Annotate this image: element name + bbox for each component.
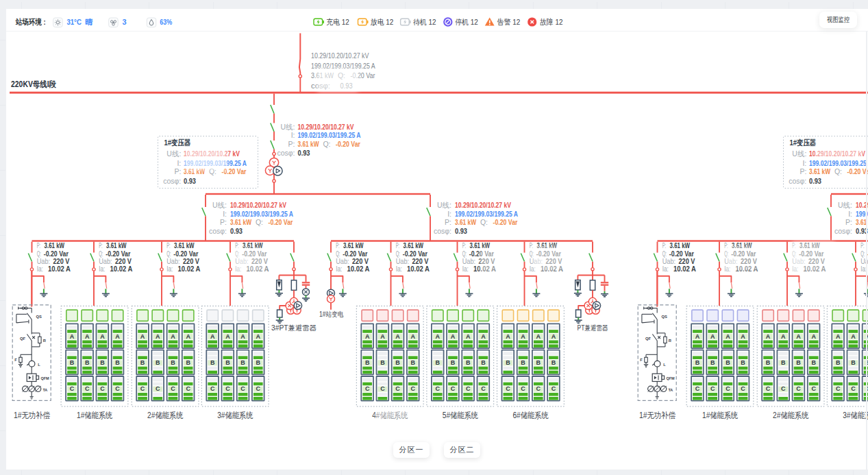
svg-text:0.93: 0.93 — [455, 227, 467, 235]
svg-text:A: A — [156, 333, 160, 340]
svg-text:Ia:: Ia: — [462, 265, 469, 273]
svg-text:Uab:: Uab: — [336, 258, 349, 265]
svg-text:-0.20 Var: -0.20 Var — [669, 250, 694, 258]
svg-text:3.61 kW: 3.61 kW — [298, 140, 319, 148]
svg-text:A: A — [256, 333, 261, 340]
svg-text:B: B — [365, 359, 370, 366]
svg-text:B: B — [411, 359, 416, 366]
svg-text:C: C — [70, 385, 75, 392]
svg-text:10.02 A: 10.02 A — [178, 265, 201, 273]
svg-text:Ia:: Ia: — [662, 265, 669, 273]
svg-text:B: B — [100, 359, 105, 366]
svg-text:3#储能系统: 3#储能系统 — [843, 411, 868, 420]
svg-text:3.61 kW: 3.61 kW — [670, 242, 691, 249]
svg-text:A: A — [411, 333, 416, 340]
svg-text:A: A — [436, 333, 441, 340]
svg-text:31°C: 31°C — [66, 18, 82, 26]
svg-text:晴: 晴 — [86, 18, 93, 26]
svg-text:TA: TA — [42, 388, 47, 392]
svg-text:A: A — [521, 333, 525, 340]
svg-text:QS: QS — [36, 315, 42, 319]
svg-text:A: A — [811, 333, 816, 340]
svg-text:P:: P: — [860, 242, 864, 249]
svg-text:U线:: U线: — [281, 123, 295, 131]
svg-text:A: A — [781, 333, 786, 340]
svg-text:A: A — [395, 333, 400, 340]
svg-text:10.02 A: 10.02 A — [110, 265, 133, 273]
svg-text:A: A — [536, 333, 541, 340]
svg-text:Q:: Q: — [166, 250, 171, 258]
svg-text:F: F — [14, 358, 17, 362]
svg-text:C: C — [726, 385, 730, 392]
svg-text:A: A — [836, 333, 841, 340]
svg-text:U线:: U线: — [437, 201, 451, 209]
svg-text:C: C — [395, 385, 400, 392]
svg-text:B: B — [521, 359, 525, 366]
svg-text:B: B — [171, 359, 175, 366]
svg-text:Q:: Q: — [323, 140, 330, 148]
svg-text:A: A — [710, 333, 715, 340]
svg-text:3.61 kW: 3.61 kW — [343, 242, 364, 249]
svg-text:Q:: Q: — [99, 250, 103, 258]
svg-text:B: B — [796, 359, 801, 366]
svg-text:10.02 A: 10.02 A — [673, 265, 696, 273]
svg-text:Q:: Q: — [256, 218, 263, 226]
svg-text:Uab:: Uab: — [662, 258, 676, 265]
svg-text:A: A — [380, 333, 385, 340]
svg-text:I:: I: — [802, 159, 806, 167]
svg-text:P:: P: — [37, 242, 40, 249]
svg-text:cosφ:: cosφ: — [434, 227, 451, 235]
svg-text:C: C — [451, 385, 456, 392]
svg-text:C: C — [695, 385, 700, 392]
svg-text:B: B — [395, 359, 400, 366]
svg-text:L: L — [38, 363, 40, 367]
svg-text:220KV母线I段: 220KV母线I段 — [11, 80, 57, 89]
svg-text:199.02/199.03/199.25 A: 199.02/199.03/199.25 A — [809, 159, 868, 167]
svg-text:C: C — [521, 385, 525, 392]
svg-text:A: A — [85, 333, 90, 340]
svg-text:I:: I: — [177, 159, 181, 167]
svg-text:3.61 kW: 3.61 kW — [174, 242, 195, 249]
svg-text:A: A — [451, 333, 456, 340]
svg-text:A: A — [365, 333, 370, 340]
svg-text:C: C — [710, 385, 715, 392]
svg-text:3.61 kW: 3.61 kW — [45, 242, 65, 249]
svg-text:220 V: 220 V — [679, 258, 695, 265]
svg-text:P:: P: — [662, 242, 666, 249]
svg-text:视图监控: 视图监控 — [827, 16, 850, 23]
svg-text:A: A — [551, 333, 556, 340]
svg-text:Uab:: Uab: — [462, 258, 476, 265]
svg-text:0.93: 0.93 — [184, 177, 196, 185]
svg-text:10.02 A: 10.02 A — [48, 265, 71, 273]
svg-text:Q:: Q: — [662, 250, 667, 258]
svg-text:220 V: 220 V — [183, 258, 199, 265]
svg-text:-0.20 Var: -0.20 Var — [106, 250, 130, 258]
svg-text:10.29/10.20/10.27 kV: 10.29/10.20/10.27 kV — [230, 201, 286, 209]
svg-text:3.61 kW: 3.61 kW — [230, 218, 251, 226]
svg-text:P:: P: — [530, 242, 533, 249]
svg-text:A: A — [726, 333, 730, 340]
svg-text:C: C — [766, 385, 771, 392]
svg-text:Q:: Q: — [530, 250, 534, 258]
svg-text:A: A — [70, 333, 75, 340]
svg-text:A: A — [796, 333, 801, 340]
svg-text:cosφ:: cosφ: — [209, 227, 227, 235]
svg-text:Uab:: Uab: — [37, 258, 50, 265]
svg-text:QFM: QFM — [40, 376, 49, 380]
svg-text:B: B — [115, 359, 120, 366]
svg-text:-0.20 Var: -0.20 Var — [847, 167, 868, 175]
svg-text:B: B — [186, 359, 190, 366]
svg-text:C: C — [536, 385, 541, 392]
svg-text:-0.20 Var: -0.20 Var — [493, 218, 518, 226]
svg-text:cosφ:: cosφ: — [163, 177, 181, 185]
svg-text:1#无功补偿: 1#无功补偿 — [14, 411, 50, 420]
svg-text:Ia:: Ia: — [166, 265, 173, 273]
svg-text:U线:: U线: — [166, 149, 181, 158]
svg-text:C: C — [380, 385, 385, 392]
svg-text:C: C — [225, 385, 230, 392]
svg-text:C: C — [796, 385, 801, 392]
svg-text:A: A — [240, 333, 245, 340]
svg-text:-0.20 Var: -0.20 Var — [44, 250, 69, 258]
svg-text:B: B — [766, 359, 771, 366]
svg-text:A: A — [466, 333, 471, 340]
